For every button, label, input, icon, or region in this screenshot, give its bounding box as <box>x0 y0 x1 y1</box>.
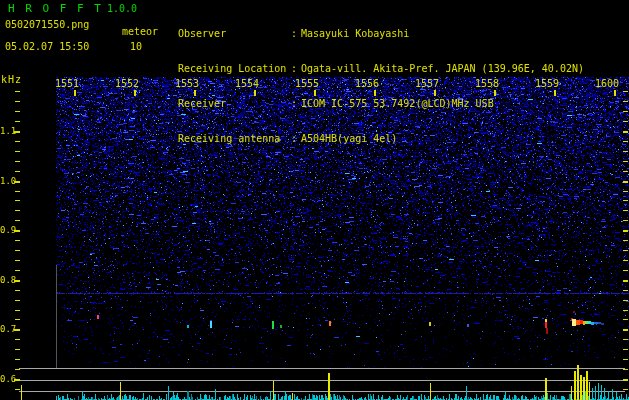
info-value: A504HB(yagi 4el) <box>301 133 397 145</box>
info-row-receiver: Receiver:ICOM IC-575 53.7492(@LCD)MHz US… <box>178 98 584 110</box>
freq-label: 0.9 <box>0 226 16 235</box>
app-version: 1.0.0 <box>107 3 137 14</box>
time-label: 1558 <box>475 79 499 89</box>
time-label: 1600 <box>595 79 619 89</box>
time-label: 1557 <box>415 79 439 89</box>
time-label: 1551 <box>55 79 79 89</box>
info-row-antenna: Receiving antenna:A504HB(yagi 4el) <box>178 133 584 145</box>
info-label: Observer <box>178 28 291 40</box>
capture-filename: 0502071550.png <box>5 19 89 30</box>
time-label: 1553 <box>175 79 199 89</box>
info-row-location: Receiving Location:Ogata-vill. Akita-Pre… <box>178 63 584 75</box>
freq-label: 0.8 <box>0 276 16 285</box>
info-value: Masayuki Kobayashi <box>301 28 409 40</box>
app-title: H R O F F T <box>8 2 103 15</box>
hrofft-screen: H R O F F T 1.0.0 0502071550.png meteor … <box>0 0 629 400</box>
capture-datetime: 05.02.07 15:50 <box>5 41 89 52</box>
time-label: 1556 <box>355 79 379 89</box>
info-separator: : <box>291 28 301 40</box>
time-label: 1554 <box>235 79 259 89</box>
info-row-observer: Observer:Masayuki Kobayashi <box>178 28 584 40</box>
info-value: Ogata-vill. Akita-Pref. JAPAN (139.96E, … <box>301 63 584 75</box>
info-separator: : <box>291 98 301 110</box>
freq-label: 1.0 <box>0 177 16 186</box>
time-label: 1552 <box>115 79 139 89</box>
freq-label: 1.1 <box>0 127 16 136</box>
time-label: 1559 <box>535 79 559 89</box>
info-value: ICOM IC-575 53.7492(@LCD)MHz USB <box>301 98 494 110</box>
observation-mode: meteor <box>122 26 158 37</box>
info-separator: : <box>291 63 301 75</box>
freq-label: 0.6 <box>0 375 16 384</box>
echo-count: 10 <box>130 41 142 52</box>
info-label: Receiving Location <box>178 63 291 75</box>
freq-label: 0.7 <box>0 325 16 334</box>
khz-unit-label: kHz <box>1 74 22 85</box>
info-label: Receiving antenna <box>178 133 291 145</box>
time-label: 1555 <box>295 79 319 89</box>
info-separator: : <box>291 133 301 145</box>
info-label: Receiver <box>178 98 291 110</box>
